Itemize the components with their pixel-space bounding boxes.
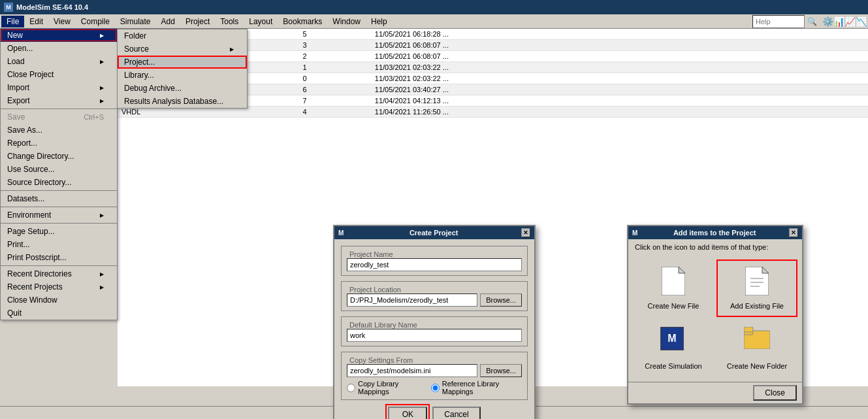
svg-rect-9	[744, 327, 753, 332]
menu-edit[interactable]: Edit	[24, 16, 48, 27]
create-project-title-icon: M	[338, 229, 344, 237]
radio-reference-label[interactable]: Reference Library Mappings	[431, 380, 522, 395]
menu-item-load[interactable]: Load ▶	[1, 55, 117, 68]
file-date: 11/03/2021 02:03:22 ...	[371, 62, 868, 73]
menu-compile[interactable]: Compile	[76, 16, 115, 27]
menu-file[interactable]: File	[1, 16, 24, 27]
cancel-button[interactable]: Cancel	[432, 407, 480, 419]
default-library-input[interactable]	[347, 329, 522, 342]
copy-settings-input[interactable]	[347, 364, 477, 377]
create-new-folder-icon	[744, 327, 770, 358]
add-existing-file-btn[interactable]: Add Existing File	[718, 261, 796, 315]
file-num: 0	[299, 73, 371, 84]
menu-layout[interactable]: Layout	[244, 16, 278, 27]
project-name-row	[347, 258, 522, 271]
create-simulation-icon: M	[660, 327, 686, 358]
project-location-input[interactable]	[347, 293, 477, 307]
project-location-legend: Project Location	[347, 286, 522, 293]
submenu-library[interactable]: Library...	[118, 69, 247, 82]
menu-window[interactable]: Window	[327, 16, 366, 27]
menu-simulate[interactable]: Simulate	[115, 16, 156, 27]
create-project-dialog: M Create Project ✕ Project Name Project …	[333, 225, 536, 419]
add-items-close-btn[interactable]: ✕	[789, 228, 798, 237]
add-items-footer: Close	[628, 382, 802, 403]
env-arrow-icon: ▶	[100, 212, 104, 218]
file-num: 5	[299, 29, 371, 40]
default-library-row	[347, 329, 522, 342]
menu-help[interactable]: Help	[366, 16, 393, 27]
create-simulation-btn[interactable]: M Create Simulation	[635, 322, 712, 375]
add-existing-file-icon	[744, 267, 770, 298]
project-location-row: Browse...	[347, 293, 522, 307]
menu-item-recent-projects[interactable]: Recent Projects ▶	[1, 280, 117, 293]
menu-item-save[interactable]: Save Ctrl+S	[1, 110, 117, 124]
menu-item-page-setup[interactable]: Page Setup...	[1, 225, 117, 238]
source-arrow-icon: ▶	[230, 46, 234, 52]
submenu-results-analysis[interactable]: Results Analysis Database...	[118, 95, 247, 108]
add-items-description: Click on the icon to add items of that t…	[628, 239, 802, 255]
menu-item-print-postscript[interactable]: Print Postscript...	[1, 251, 117, 264]
menu-item-use-source[interactable]: Use Source...	[1, 163, 117, 176]
file-num: 4	[299, 107, 371, 118]
help-search-input[interactable]	[752, 15, 805, 28]
help-search-icon[interactable]: 🔍	[807, 17, 817, 26]
add-items-title: Add items to the Project	[673, 229, 756, 237]
file-date: 11/05/2021 03:40:27 ...	[371, 84, 868, 95]
project-name-input[interactable]	[347, 258, 522, 271]
app-icon: M	[4, 3, 13, 12]
menu-item-print[interactable]: Print...	[1, 238, 117, 251]
export-arrow-icon: ▶	[100, 98, 104, 104]
radio-copy-label[interactable]: Copy Library Mappings	[347, 380, 423, 395]
menu-item-save-as[interactable]: Save As...	[1, 124, 117, 137]
default-library-legend: Default Library Name	[347, 321, 522, 329]
add-items-close-button[interactable]: Close	[753, 385, 797, 401]
project-location-browse-btn[interactable]: Browse...	[480, 293, 522, 307]
copy-settings-browse-btn[interactable]: Browse...	[480, 364, 522, 377]
menu-item-open[interactable]: Open...	[1, 42, 117, 55]
menu-view[interactable]: View	[48, 16, 76, 27]
menu-item-source-directory[interactable]: Source Directory...	[1, 176, 117, 189]
menu-item-new[interactable]: New ▶	[1, 29, 117, 42]
add-items-title-icon: M	[632, 229, 637, 237]
menu-tools[interactable]: Tools	[215, 16, 244, 27]
menu-item-export[interactable]: Export ▶	[1, 94, 117, 107]
separator-4	[1, 223, 117, 224]
separator-5	[1, 265, 117, 266]
submenu-debug-archive[interactable]: Debug Archive...	[118, 82, 247, 95]
file-num: 3	[299, 40, 371, 51]
menu-add[interactable]: Add	[156, 16, 180, 27]
separator-3	[1, 207, 117, 207]
menu-item-recent-directories[interactable]: Recent Directories ▶	[1, 267, 117, 280]
radio-copy-input[interactable]	[347, 384, 355, 392]
create-new-file-icon	[660, 267, 686, 298]
menu-item-environment[interactable]: Environment ▶	[1, 209, 117, 222]
file-date: 11/05/2021 06:18:28 ...	[371, 29, 868, 40]
submenu-project[interactable]: Project...	[118, 56, 247, 69]
project-location-group: Project Location Browse...	[341, 281, 528, 311]
menu-item-import[interactable]: Import ▶	[1, 81, 117, 94]
menu-item-datasets[interactable]: Datasets...	[1, 192, 117, 205]
menu-item-change-directory[interactable]: Change Directory...	[1, 150, 117, 163]
menu-project[interactable]: Project	[180, 16, 215, 27]
separator-1	[1, 109, 117, 109]
create-project-body: Project Name Project Location Browse... …	[334, 239, 534, 419]
file-date: 11/05/2021 06:08:07 ...	[371, 40, 868, 51]
submenu-folder[interactable]: Folder	[118, 29, 247, 42]
file-date: 11/04/2021 04:12:13 ...	[371, 95, 868, 107]
create-new-file-btn[interactable]: Create New File	[635, 261, 712, 315]
recent-dirs-arrow-icon: ▶	[100, 271, 104, 277]
menu-item-close-window[interactable]: Close Window	[1, 293, 117, 307]
main-area: New ▶ Open... Load ▶ Close Project Impor…	[0, 29, 868, 386]
menu-item-quit[interactable]: Quit	[1, 307, 117, 320]
radio-reference-input[interactable]	[431, 384, 440, 392]
ok-button[interactable]: OK	[388, 407, 427, 419]
default-library-group: Default Library Name	[341, 316, 528, 346]
submenu-source[interactable]: Source ▶	[118, 42, 247, 56]
menu-bookmarks[interactable]: Bookmarks	[278, 16, 327, 27]
menu-item-report[interactable]: Report...	[1, 137, 117, 150]
create-new-folder-btn[interactable]: Create New Folder	[718, 322, 796, 375]
file-num: 1	[299, 62, 371, 73]
file-date: 11/04/2021 11:26:50 ...	[371, 107, 868, 118]
create-project-close-btn[interactable]: ✕	[521, 228, 530, 237]
menu-item-close-project[interactable]: Close Project	[1, 68, 117, 81]
